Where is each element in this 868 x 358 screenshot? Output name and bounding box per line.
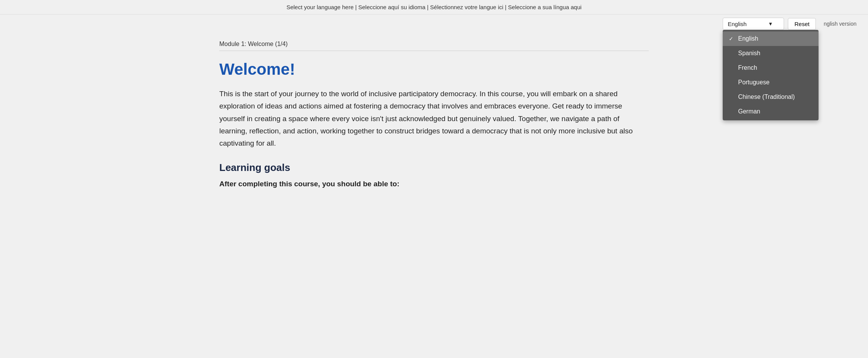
language-option-portuguese[interactable]: Portuguese [723,75,819,90]
language-option-label: French [738,64,757,71]
language-option-label: Chinese (Traditional) [738,94,795,100]
subheading: After completing this course, you should… [219,180,649,188]
language-option-label: Spanish [738,50,760,57]
module-label: Module 1: Welcome (1/4) [219,41,649,48]
page-title: Welcome! [219,60,649,79]
language-option-spanish[interactable]: Spanish [723,46,819,61]
learning-goals-heading: Learning goals [219,162,649,174]
version-note: nglish version [824,21,856,27]
language-prompt-bar: Select your language here | Seleccione a… [0,0,868,15]
chevron-down-icon: ▾ [769,20,772,27]
selected-language-label: English [728,21,746,27]
language-dropdown-container[interactable]: English ▾ ✓ English Spanish French Portu… [723,18,784,30]
check-icon: ✓ [729,36,735,42]
language-option-german[interactable]: German [723,104,819,119]
content-divider [219,51,649,51]
header-controls: English ▾ ✓ English Spanish French Portu… [0,15,868,33]
reset-button[interactable]: Reset [788,18,816,30]
language-option-french[interactable]: French [723,61,819,75]
language-option-chinese-traditional[interactable]: Chinese (Traditional) [723,90,819,104]
language-option-english[interactable]: ✓ English [723,31,819,46]
language-option-label: Portuguese [738,79,769,86]
language-dropdown-menu: ✓ English Spanish French Portuguese Chin… [723,30,819,120]
language-dropdown-trigger[interactable]: English ▾ [723,18,784,30]
intro-paragraph: This is the start of your journey to the… [219,88,649,149]
language-prompt-text: Select your language here | Seleccione a… [286,4,582,10]
main-content: Module 1: Welcome (1/4) Welcome! This is… [204,33,664,204]
language-option-label: German [738,108,760,115]
language-option-label: English [738,35,758,42]
version-note-text: nglish version [824,21,856,27]
